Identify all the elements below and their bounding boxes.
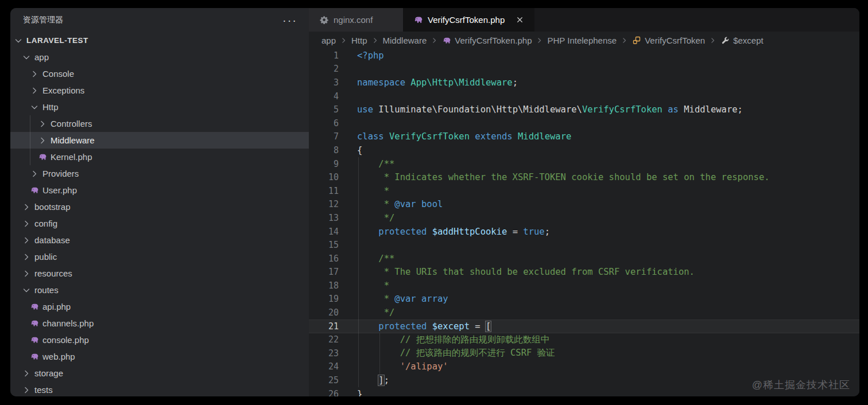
- line-number: 12: [309, 199, 339, 209]
- tab-bar: nginx.confVerifyCsrfToken.php: [309, 8, 859, 32]
- code-line-text[interactable]: */: [339, 307, 859, 318]
- tree-item-label: User.php: [42, 185, 77, 195]
- chevron-right-icon: [22, 385, 31, 395]
- tree-item-controllers[interactable]: Controllers: [10, 115, 309, 132]
- code-line-text[interactable]: * @var array: [339, 294, 859, 304]
- tree-item-routes[interactable]: routes: [10, 282, 309, 298]
- php-icon: [30, 319, 39, 328]
- tree-item-storage[interactable]: storage: [10, 365, 309, 381]
- tree-item-label: config: [34, 219, 57, 228]
- tree-item-web-php[interactable]: web.php: [10, 348, 309, 365]
- code-line-text[interactable]: // 把该路由的规则不进行 CSRF 验证: [339, 347, 859, 359]
- breadcrumb-item-verifycsrftoken[interactable]: VerifyCsrfToken: [632, 36, 705, 45]
- code-line-text[interactable]: * Indicates whether the XSRF-TOKEN cooki…: [339, 172, 859, 182]
- line-number: 20: [309, 307, 339, 318]
- line-number: 9: [309, 159, 339, 169]
- code-line-text[interactable]: ];: [339, 375, 859, 385]
- tab-label: nginx.conf: [334, 15, 373, 25]
- tree-item-resources[interactable]: resources: [10, 265, 309, 282]
- close-icon[interactable]: [515, 15, 524, 25]
- tree-item-config[interactable]: config: [10, 215, 309, 232]
- breadcrumb-separator-icon: [536, 37, 543, 44]
- code-line-text[interactable]: {: [339, 145, 859, 155]
- code-line-text[interactable]: * @var bool: [339, 199, 859, 209]
- code-line: 21 protected $except = [: [309, 320, 859, 333]
- line-number: 18: [309, 281, 339, 291]
- chevron-right-icon: [22, 252, 31, 262]
- breadcrumb-label: app: [321, 36, 336, 45]
- code-line: 22 // 把想排除的路由规则卸载此数组中: [309, 333, 859, 346]
- code-line-text[interactable]: protected $addHttpCookie = true;: [339, 227, 859, 237]
- tree-item-label: console.php: [42, 335, 89, 345]
- code-line-text[interactable]: /**: [339, 159, 859, 169]
- tree-item-user-php[interactable]: User.php: [10, 182, 309, 198]
- code-line: 4: [309, 89, 859, 103]
- code-line-text[interactable]: // 把想排除的路由规则卸载此数组中: [339, 334, 859, 346]
- code-line-text[interactable]: *: [339, 281, 859, 291]
- tree-item-label: app: [34, 52, 49, 62]
- tab-verifycsrftoken-php[interactable]: VerifyCsrfToken.php: [403, 8, 534, 32]
- tree-item-tests[interactable]: tests: [10, 381, 309, 396]
- chevron-right-icon: [22, 269, 31, 278]
- breadcrumb-separator-icon: [621, 37, 628, 44]
- tab-label: VerifyCsrfToken.php: [428, 15, 505, 25]
- breadcrumb-item-http[interactable]: Http: [351, 36, 367, 45]
- code-line-text[interactable]: */: [339, 213, 859, 223]
- tree-item-providers[interactable]: Providers: [10, 165, 309, 182]
- code-line-text[interactable]: '/alipay': [339, 361, 859, 372]
- breadcrumb-item-except[interactable]: $except: [720, 36, 764, 45]
- breadcrumb-item-middleware[interactable]: Middleware: [383, 36, 427, 45]
- code-line: 16 /**: [309, 252, 859, 266]
- tree-item-api-php[interactable]: api.php: [10, 298, 309, 315]
- code-line: 2: [309, 63, 859, 76]
- code-line-text[interactable]: <?php: [339, 50, 859, 61]
- tree-item-console[interactable]: Console: [10, 65, 309, 82]
- code-line-text[interactable]: *: [339, 186, 859, 196]
- tree-item-database[interactable]: database: [10, 232, 309, 248]
- code-line-text[interactable]: protected $except = [: [339, 321, 859, 332]
- tree-item-kernel-php[interactable]: Kernel.php: [10, 149, 309, 165]
- php-icon: [38, 153, 47, 162]
- tree-item-bootstrap[interactable]: bootstrap: [10, 198, 309, 215]
- tree-item-exceptions[interactable]: Exceptions: [10, 82, 309, 99]
- tree-item-app[interactable]: app: [10, 49, 309, 65]
- tree-item-http[interactable]: Http: [10, 99, 309, 115]
- code-line: 11 *: [309, 184, 859, 198]
- tree-item-console-php[interactable]: console.php: [10, 332, 309, 348]
- more-actions-button[interactable]: ···: [282, 17, 297, 23]
- chevron-right-icon: [38, 119, 47, 128]
- explorer-title: 资源管理器: [23, 15, 63, 25]
- php-icon: [30, 352, 39, 361]
- line-number: 11: [309, 186, 339, 196]
- tree-item-label: resources: [34, 268, 72, 278]
- breadcrumb-item-php-intelephense[interactable]: PHP Intelephense: [547, 36, 617, 45]
- breadcrumb: appHttpMiddlewareVerifyCsrfToken.phpPHP …: [309, 32, 859, 49]
- code-editor[interactable]: 1<?php23namespace App\Http\Middleware;45…: [309, 49, 859, 396]
- code-line-text[interactable]: * The URIs that should be excluded from …: [339, 267, 859, 277]
- code-line: 18 *: [309, 279, 859, 293]
- code-line-text[interactable]: use Illuminate\Foundation\Http\Middlewar…: [339, 104, 859, 115]
- tree-item-label: api.php: [42, 302, 71, 311]
- tab-nginx-conf[interactable]: nginx.conf: [309, 8, 403, 32]
- code-line: 14 protected $addHttpCookie = true;: [309, 225, 859, 239]
- tree-item-middleware[interactable]: Middleware: [10, 132, 309, 149]
- code-line-text[interactable]: /**: [339, 254, 859, 264]
- code-line-text[interactable]: class VerifyCsrfToken extends Middleware: [339, 131, 859, 142]
- tree-item-laravel-test[interactable]: LARAVEL-TEST: [10, 32, 309, 49]
- breadcrumb-item-verifycsrftoken-php[interactable]: VerifyCsrfToken.php: [442, 36, 532, 45]
- breadcrumb-item-app[interactable]: app: [321, 36, 336, 45]
- line-number: 19: [309, 294, 339, 304]
- line-number: 5: [309, 104, 339, 115]
- line-number: 25: [309, 375, 339, 385]
- breadcrumb-label: PHP Intelephense: [547, 36, 617, 45]
- breadcrumb-separator-icon: [431, 37, 438, 44]
- breadcrumb-separator-icon: [709, 37, 716, 44]
- file-tree: LARAVEL-TESTappConsoleExceptionsHttpCont…: [10, 32, 309, 396]
- chevron-down-icon: [22, 53, 31, 62]
- tree-item-channels-php[interactable]: channels.php: [10, 315, 309, 332]
- tree-item-label: routes: [34, 285, 59, 295]
- code-line-text[interactable]: namespace App\Http\Middleware;: [339, 77, 859, 88]
- tree-item-public[interactable]: public: [10, 248, 309, 265]
- code-line-text[interactable]: }: [339, 389, 859, 396]
- line-number: 16: [309, 254, 339, 264]
